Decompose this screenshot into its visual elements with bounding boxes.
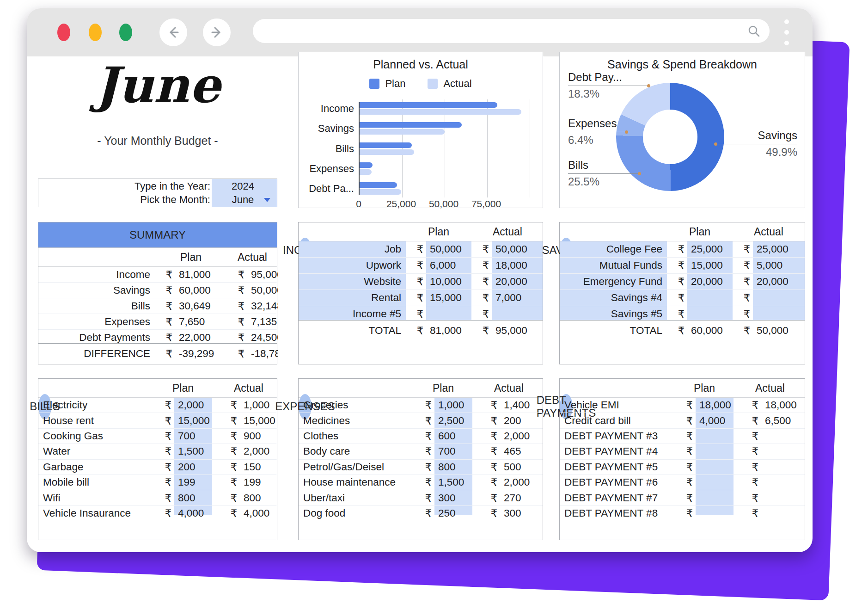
- row-label-cell[interactable]: House rent: [38, 415, 154, 427]
- plan-value-cell[interactable]: 250: [434, 507, 472, 519]
- actual-total-cell[interactable]: 50,000: [753, 325, 805, 337]
- row-label-cell[interactable]: Clothes: [299, 430, 414, 442]
- actual-value-cell[interactable]: 2,000: [500, 430, 538, 442]
- row-label-cell[interactable]: Credit card bill: [560, 415, 675, 427]
- back-button[interactable]: [159, 18, 187, 46]
- plan-value-cell[interactable]: 800: [434, 461, 472, 473]
- row-label-cell[interactable]: DEBT PAYMENT #3: [560, 430, 675, 442]
- row-label-cell[interactable]: Savings #4: [560, 292, 667, 304]
- plan-value-cell[interactable]: 600: [434, 430, 472, 442]
- plan-value-cell[interactable]: 15,000: [174, 415, 212, 427]
- actual-value-cell[interactable]: 1,400: [500, 399, 538, 411]
- plan-value-cell[interactable]: 1,500: [434, 476, 472, 488]
- row-label-cell[interactable]: Mutual Funds: [560, 259, 667, 271]
- plan-value-cell[interactable]: 20,000: [687, 276, 733, 288]
- minimize-window-button[interactable]: [89, 24, 102, 41]
- row-label-cell[interactable]: Rental: [299, 292, 406, 304]
- plan-value-cell[interactable]: 25,000: [687, 243, 733, 255]
- row-label-cell[interactable]: Vehicle Insaurance: [38, 507, 154, 519]
- actual-value-cell[interactable]: 50,000: [492, 243, 544, 255]
- actual-value-cell[interactable]: 465: [500, 445, 538, 457]
- actual-value-cell[interactable]: 95,000: [247, 269, 278, 281]
- row-label-cell[interactable]: Wifi: [38, 492, 154, 504]
- plan-total-cell[interactable]: 60,000: [687, 325, 733, 337]
- plan-value-cell[interactable]: 22,000: [175, 332, 227, 344]
- actual-value-cell[interactable]: 20,000: [753, 276, 805, 288]
- plan-value-cell[interactable]: 7,650: [175, 316, 227, 328]
- actual-value-cell[interactable]: 900: [240, 430, 278, 442]
- actual-value-cell[interactable]: 800: [240, 492, 278, 504]
- actual-value-cell[interactable]: 7,000: [492, 292, 544, 304]
- row-label-cell[interactable]: Cooking Gas: [38, 430, 154, 442]
- actual-value-cell[interactable]: 15,000: [240, 415, 278, 427]
- row-label-cell[interactable]: Savings: [38, 284, 155, 296]
- actual-total-cell[interactable]: -18,783: [247, 348, 278, 360]
- actual-value-cell[interactable]: 4,000: [240, 507, 278, 519]
- actual-value-cell[interactable]: 150: [240, 461, 278, 473]
- actual-total-cell[interactable]: 95,000: [492, 325, 544, 337]
- row-label-cell[interactable]: DEBT PAYMENT #5: [560, 461, 675, 473]
- plan-value-cell[interactable]: 700: [174, 430, 212, 442]
- plan-value-cell[interactable]: 2,500: [434, 415, 472, 427]
- plan-value-cell[interactable]: 18,000: [696, 399, 734, 411]
- row-label-cell[interactable]: Petrol/Gas/Deisel: [299, 461, 414, 473]
- plan-value-cell[interactable]: 6,000: [426, 259, 471, 271]
- plan-total-cell[interactable]: 81,000: [426, 325, 471, 337]
- actual-value-cell[interactable]: 32,148: [247, 300, 278, 312]
- actual-value-cell[interactable]: 199: [240, 476, 278, 488]
- actual-value-cell[interactable]: 7,135: [247, 316, 278, 328]
- row-label-cell[interactable]: Body care: [299, 445, 414, 457]
- actual-value-cell[interactable]: 20,000: [492, 276, 544, 288]
- row-label-cell[interactable]: Bills: [38, 300, 155, 312]
- plan-value-cell[interactable]: 200: [174, 461, 212, 473]
- row-label-cell[interactable]: Upwork: [299, 259, 406, 271]
- row-label-cell[interactable]: Uber/taxi: [299, 492, 414, 504]
- plan-value-cell[interactable]: 1,500: [174, 445, 212, 457]
- plan-value-cell[interactable]: 30,649: [175, 300, 227, 312]
- row-label-cell[interactable]: Expenses: [38, 316, 155, 328]
- address-bar-input[interactable]: [264, 19, 737, 44]
- row-label-cell[interactable]: Medicines: [299, 415, 414, 427]
- row-label-cell[interactable]: Savings #5: [560, 308, 667, 320]
- search-icon[interactable]: [747, 25, 760, 39]
- actual-value-cell[interactable]: 2,000: [240, 445, 278, 457]
- row-label-cell[interactable]: Groceries: [299, 399, 414, 411]
- plan-value-cell[interactable]: 2,000: [174, 399, 212, 411]
- row-label-cell[interactable]: Water: [38, 445, 154, 457]
- plan-value-cell[interactable]: 4,000: [696, 415, 734, 427]
- row-label-cell[interactable]: Garbage: [38, 461, 154, 473]
- plan-value-cell[interactable]: 60,000: [175, 284, 227, 296]
- row-label-cell[interactable]: DEBT PAYMENT #7: [560, 492, 675, 504]
- actual-value-cell[interactable]: 5,000: [753, 259, 805, 271]
- row-label-cell[interactable]: DEBT PAYMENT #8: [560, 507, 675, 519]
- row-label-cell[interactable]: DEBT PAYMENT #6: [560, 476, 675, 488]
- row-label-cell[interactable]: Website: [299, 276, 406, 288]
- plan-value-cell[interactable]: 15,000: [426, 292, 471, 304]
- year-input[interactable]: 2024: [210, 180, 275, 192]
- plan-total-cell[interactable]: -39,299: [175, 348, 227, 360]
- actual-value-cell[interactable]: 18,000: [492, 259, 544, 271]
- actual-value-cell[interactable]: 1,000: [240, 399, 278, 411]
- row-label-cell[interactable]: Emergency Fund: [560, 276, 667, 288]
- row-label-cell[interactable]: Dog food: [299, 507, 414, 519]
- plan-value-cell[interactable]: 800: [174, 492, 212, 504]
- month-dropdown-arrow-icon[interactable]: [264, 198, 270, 202]
- browser-menu-button[interactable]: [781, 18, 792, 48]
- plan-value-cell[interactable]: 199: [174, 476, 212, 488]
- row-label-cell[interactable]: Debt Payments: [38, 332, 155, 344]
- close-window-button[interactable]: [57, 24, 70, 41]
- plan-value-cell[interactable]: 4,000: [174, 507, 212, 519]
- forward-button[interactable]: [203, 18, 231, 46]
- plan-value-cell[interactable]: 81,000: [175, 269, 227, 281]
- actual-value-cell[interactable]: 24,500: [247, 332, 278, 344]
- plan-value-cell[interactable]: 10,000: [426, 276, 471, 288]
- actual-value-cell[interactable]: 25,000: [753, 243, 805, 255]
- plan-value-cell[interactable]: 1,000: [434, 399, 472, 411]
- maximize-window-button[interactable]: [119, 24, 132, 41]
- plan-value-cell[interactable]: 15,000: [687, 259, 733, 271]
- actual-value-cell[interactable]: 6,500: [761, 415, 799, 427]
- plan-value-cell[interactable]: 300: [434, 492, 472, 504]
- actual-value-cell[interactable]: 300: [500, 507, 538, 519]
- actual-value-cell[interactable]: 270: [500, 492, 538, 504]
- actual-value-cell[interactable]: 500: [500, 461, 538, 473]
